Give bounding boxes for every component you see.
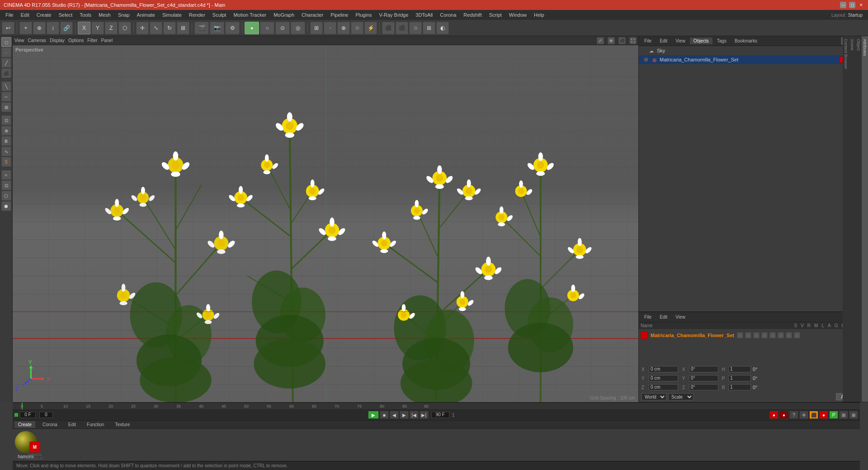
tool-btn-12[interactable]: ⬢: [1, 201, 11, 211]
tool-btn-9[interactable]: ≈: [1, 170, 11, 180]
tool-btn-10[interactable]: ⊡: [1, 180, 11, 190]
coord-h-input[interactable]: 1: [728, 366, 751, 372]
record-btn[interactable]: ●: [769, 411, 778, 419]
live-selection-button[interactable]: X: [78, 22, 90, 34]
edges-mode-btn[interactable]: ╱: [1, 58, 11, 68]
coord-z-pos-input[interactable]: 0 cm: [649, 384, 678, 390]
render-settings-button[interactable]: ⚙: [225, 22, 240, 34]
move-tool-button[interactable]: ✛: [136, 22, 149, 34]
coord-y-rot-input[interactable]: 0°: [689, 375, 718, 381]
attr-btn-3[interactable]: ○: [753, 332, 760, 338]
points-mode-btn[interactable]: ·: [1, 47, 11, 57]
new-object-button[interactable]: +: [19, 22, 32, 34]
undo-button[interactable]: ↩: [2, 22, 14, 34]
end-frame-field[interactable]: 90 F: [431, 412, 449, 418]
obj-item-flower-set[interactable]: ▦ Matricaria_Chamomilla_Flower_Set: [639, 55, 860, 64]
transform-mode-dropdown[interactable]: Scale Rotate Move: [668, 393, 693, 400]
vp-nav-btn1[interactable]: ⊕: [608, 37, 615, 44]
coord-z-rot-input[interactable]: 0°: [689, 384, 718, 390]
attr-tab-edit[interactable]: Edit: [656, 314, 671, 320]
tb-btn-extra1[interactable]: ☆: [351, 22, 363, 34]
tb-btn-extra2[interactable]: ⚡: [364, 22, 377, 34]
frame-sub-field[interactable]: 0: [39, 412, 53, 418]
mat-tab-texture[interactable]: Texture: [111, 421, 133, 428]
key-grid-btn[interactable]: ⊞: [839, 411, 848, 419]
menu-corona[interactable]: Corona: [436, 11, 460, 19]
rsidebar-tab-content[interactable]: Content Browser: [843, 36, 849, 402]
tool-btn-5[interactable]: ⊕: [1, 126, 11, 136]
vp-menu-cameras[interactable]: Cameras: [28, 38, 47, 43]
menu-help[interactable]: Help: [530, 11, 548, 19]
scale-tool-button[interactable]: ⤡: [150, 22, 162, 34]
menu-pipeline[interactable]: Pipeline: [327, 11, 352, 19]
obj-expand-btn[interactable]: [644, 58, 648, 61]
toolbar-btn-4[interactable]: 🔗: [60, 22, 73, 34]
vp-menu-options[interactable]: Options: [68, 38, 84, 43]
toolbar-btn-2[interactable]: ⊕: [33, 22, 46, 34]
tool-btn-11[interactable]: ⬡: [1, 191, 11, 201]
menu-tools[interactable]: Tools: [76, 11, 95, 19]
tb-btn-e2[interactable]: ⬛: [396, 22, 408, 34]
attr-btn-6[interactable]: ○: [778, 332, 784, 338]
play-btn[interactable]: ▶: [368, 411, 379, 419]
toolbar-btn-3[interactable]: ↕: [47, 22, 59, 34]
menu-redshift[interactable]: Redshift: [460, 11, 485, 19]
tool-btn-6[interactable]: Ⅲ: [1, 136, 11, 146]
sel-btn-4[interactable]: ⬠: [118, 22, 131, 34]
vp-menu-filter[interactable]: Filter: [87, 38, 97, 43]
next-key-btn[interactable]: ▶|: [420, 411, 429, 419]
attr-btn-4[interactable]: ○: [761, 332, 768, 338]
menu-edit[interactable]: Edit: [17, 11, 33, 19]
coord-b-input[interactable]: 1: [728, 384, 751, 390]
menu-3dtoall[interactable]: 3DToAll: [412, 11, 436, 19]
transform-btn-4[interactable]: ⊞: [177, 22, 189, 34]
menu-create[interactable]: Create: [33, 11, 55, 19]
key-rect-btn[interactable]: ⬛: [809, 411, 818, 419]
render-to-picture-button[interactable]: 📷: [210, 22, 224, 34]
snap-toggle-button[interactable]: ⬝: [324, 22, 336, 34]
menu-file[interactable]: File: [2, 11, 17, 19]
obj-tab-bookmarks[interactable]: Bookmarks: [731, 38, 761, 44]
maximize-button[interactable]: ◻: [849, 2, 855, 8]
display-mode-3[interactable]: ⊙: [275, 22, 290, 34]
tool-btn-1[interactable]: ╲: [1, 81, 11, 91]
menu-vray[interactable]: V-Ray Bridge: [376, 11, 412, 19]
coord-x-pos-input[interactable]: 0 cm: [649, 366, 678, 372]
prev-key-btn[interactable]: |◀: [410, 411, 419, 419]
obj-tab-objects[interactable]: Objects: [690, 38, 712, 44]
tb-btn-e3[interactable]: ☆: [409, 22, 422, 34]
timeline-settings-btn[interactable]: ⊞: [849, 411, 858, 419]
vp-menu-view[interactable]: View: [14, 38, 24, 43]
menu-select[interactable]: Select: [55, 11, 76, 19]
3d-viewport[interactable]: X Y Z Perspective Grid Spacing : 100 cm: [13, 45, 638, 402]
menu-animate[interactable]: Animate: [133, 11, 159, 19]
menu-window[interactable]: Window: [505, 11, 530, 19]
obj-tab-edit[interactable]: Edit: [656, 38, 671, 44]
menu-render[interactable]: Render: [185, 11, 209, 19]
tool-btn-7[interactable]: ∿: [1, 146, 11, 156]
rsidebar-tab-attributes[interactable]: Attributes: [862, 36, 868, 402]
next-frame-btn[interactable]: ▶: [400, 411, 409, 419]
tb-btn-e4[interactable]: ⊞: [423, 22, 435, 34]
tool-btn-4[interactable]: ⊡: [1, 115, 11, 125]
minimize-button[interactable]: ─: [840, 2, 846, 8]
coord-y-pos-input[interactable]: 0 cm: [649, 375, 678, 381]
coord-p-input[interactable]: 1: [728, 375, 751, 381]
tb-btn-e1[interactable]: ⬛: [382, 22, 395, 34]
menu-motion-tracker[interactable]: Motion Tracker: [230, 11, 270, 19]
vp-menu-display[interactable]: Display: [50, 38, 65, 43]
polys-mode-btn[interactable]: ⬛: [1, 68, 11, 78]
record-btn2[interactable]: ●: [779, 411, 788, 419]
vp-menu-panel[interactable]: Panel: [101, 38, 113, 43]
display-mode-2[interactable]: ○: [260, 22, 274, 34]
grid-toggle-button[interactable]: ⊞: [310, 22, 323, 34]
key-circle-btn[interactable]: ●: [819, 411, 828, 419]
attr-lock-btn[interactable]: ○: [745, 332, 751, 338]
menu-snap[interactable]: Snap: [114, 11, 133, 19]
current-frame-field[interactable]: 0 F: [20, 412, 36, 418]
close-button[interactable]: ✕: [858, 2, 864, 8]
mat-tab-function[interactable]: Function: [83, 421, 108, 428]
coord-x-rot-input[interactable]: 0°: [689, 366, 718, 372]
mat-tab-edit[interactable]: Edit: [65, 421, 80, 428]
tool-btn-8[interactable]: S: [1, 157, 11, 167]
